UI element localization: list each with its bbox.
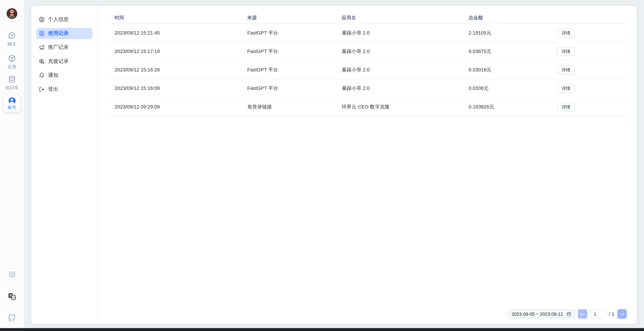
rail-item-chat[interactable]: 聊天	[0, 31, 24, 46]
col-header-amount: 总金额	[468, 15, 557, 21]
cell-amount: 0.03018元	[468, 66, 557, 74]
user-circle-icon	[38, 16, 45, 23]
cell-source: FastGPT 平台	[247, 29, 342, 36]
col-header-source: 来源	[247, 15, 342, 21]
prev-page-button[interactable]: ←	[578, 309, 587, 318]
menu-item-promotion-records[interactable]: 推广记录	[36, 42, 92, 53]
apps-cube-icon	[8, 54, 16, 64]
table-row: 2023/09/12 15:16:26 FastGPT 平台 暴躁小哥 2.0 …	[108, 61, 627, 79]
menu-item-label: 推广记录	[48, 44, 68, 51]
cell-source: FastGPT 平台	[247, 48, 342, 55]
app-window: 聊天 应用 知识库	[0, 0, 644, 331]
cell-source: FastGPT 平台	[247, 85, 342, 92]
cell-amount: 0.0336元	[468, 85, 557, 92]
pagination-bar: 2023-09-05 ~ 2023-09-12 ← / 1 →	[508, 309, 627, 318]
usage-records-content: 时间 来源 应用名 总金额 2023/09/12 15:21:45 FastGP…	[98, 6, 636, 324]
col-header-time: 时间	[114, 15, 247, 21]
cell-app: 暴躁小哥 2.0	[342, 29, 469, 36]
table-row: 2023/09/12 15:16:09 FastGPT 平台 暴躁小哥 2.0 …	[108, 79, 627, 98]
cell-time: 2023/09/12 15:16:26	[114, 67, 247, 72]
menu-item-label: 充值记录	[48, 58, 68, 65]
bell-icon	[38, 72, 45, 78]
cell-time: 2023/09/12 15:16:09	[114, 85, 247, 91]
github-icon[interactable]	[0, 314, 24, 322]
cell-app: 环界云 CEO 数字克隆	[342, 103, 469, 110]
table-row: 2023/09/12 15:17:19 FastGPT 平台 暴躁小哥 2.0 …	[108, 42, 627, 61]
col-header-app: 应用名	[342, 15, 469, 21]
menu-item-recharge-records[interactable]: 充值记录	[36, 56, 92, 67]
menu-item-notifications[interactable]: 通知	[36, 70, 92, 81]
detail-button[interactable]: 详情	[557, 28, 575, 37]
menu-item-label: 个人信息	[48, 16, 68, 23]
menu-item-usage-records[interactable]: 使用记录	[36, 28, 92, 39]
rail-item-account[interactable]: 账号	[4, 95, 20, 112]
detail-button[interactable]: 详情	[557, 66, 575, 74]
table-header-row: 时间 来源 应用名 总金额	[108, 6, 627, 24]
cell-time: 2023/09/12 15:17:19	[114, 48, 247, 54]
menu-item-label: 使用记录	[48, 30, 68, 37]
cell-app: 暴躁小哥 2.0	[342, 85, 469, 92]
cell-time: 2023/09/12 15:21:45	[114, 30, 247, 36]
avatar-badge-green	[10, 16, 11, 18]
rail-item-label: 账号	[8, 105, 16, 110]
avatar-head	[10, 10, 14, 14]
cell-source: 免登录链接	[247, 103, 342, 110]
page-number-input[interactable]	[590, 310, 606, 318]
account-menu: 个人信息 使用记录 推广记录	[31, 6, 98, 324]
rail-item-knowledge-base[interactable]: 知识库	[0, 75, 24, 90]
cell-time: 2023/09/12 09:29:09	[114, 104, 247, 110]
svg-text:En: En	[12, 296, 16, 299]
table-row: 2023/09/12 15:21:45 FastGPT 平台 暴躁小哥 2.0 …	[108, 24, 627, 42]
rail-item-label: 聊天	[8, 42, 16, 46]
detail-button[interactable]: 详情	[557, 102, 575, 111]
cell-app: 暴躁小哥 2.0	[342, 48, 469, 55]
table-row: 2023/09/12 09:29:09 免登录链接 环界云 CEO 数字克隆 0…	[108, 98, 627, 116]
avatar-hands	[10, 14, 14, 16]
menu-item-personal-info[interactable]: 个人信息	[36, 14, 92, 25]
account-panel: 个人信息 使用记录 推广记录	[31, 5, 637, 324]
cell-amount: 0.163826元	[468, 103, 557, 110]
date-range-picker[interactable]: 2023-09-05 ~ 2023-09-12	[508, 310, 575, 318]
menu-item-label: 登出	[48, 86, 58, 93]
page-total-label: / 1	[609, 311, 614, 317]
rail-item-label: 应用	[8, 64, 16, 69]
logout-icon	[38, 86, 45, 92]
knowledge-base-icon	[8, 75, 16, 85]
avatar-badge-blue	[12, 16, 14, 18]
usage-record-icon	[38, 30, 45, 36]
cell-app: 暴躁小哥 2.0	[342, 66, 469, 74]
promotion-record-icon	[38, 44, 45, 50]
detail-button[interactable]: 详情	[557, 47, 575, 56]
docs-book-icon[interactable]	[0, 270, 24, 279]
translate-icon[interactable]: En	[0, 292, 24, 301]
date-range-value: 2023-09-05 ~ 2023-09-12	[512, 312, 563, 316]
arrow-left-icon: ←	[580, 311, 585, 317]
calendar-icon	[566, 312, 571, 316]
icon-rail: 聊天 应用 知识库	[0, 0, 24, 328]
cell-amount: 0.03675元	[468, 48, 557, 55]
next-page-button[interactable]: →	[617, 309, 627, 318]
menu-item-label: 通知	[48, 72, 58, 79]
arrow-right-icon: →	[620, 311, 624, 317]
rail-item-label: 知识库	[5, 85, 18, 90]
account-user-icon	[8, 97, 16, 104]
user-avatar[interactable]	[6, 8, 17, 19]
rail-item-apps[interactable]: 应用	[0, 54, 24, 69]
recharge-record-icon	[38, 58, 45, 64]
cell-source: FastGPT 平台	[247, 66, 342, 74]
detail-button[interactable]: 详情	[557, 84, 575, 92]
bottom-taskbar	[0, 328, 644, 331]
cell-amount: 2.19105元	[468, 29, 557, 36]
chat-bubble-icon	[8, 31, 16, 41]
menu-item-logout[interactable]: 登出	[36, 84, 92, 95]
